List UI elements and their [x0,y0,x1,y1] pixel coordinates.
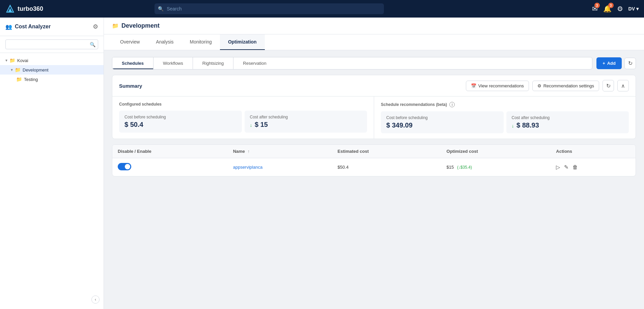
rec-cost-after-label: Cost after scheduling [512,115,624,120]
sidebar: 👥 Cost Analyzer ⚙ 🔍 ▾ 📁 Kovai ▾ 📁 Devel [0,18,104,309]
configured-schedules-section: Configured schedules Cost before schedul… [112,96,374,139]
page-folder-icon: 📁 [112,23,119,29]
refresh-button[interactable]: ↻ [624,58,636,69]
sidebar-search-input[interactable] [5,39,98,49]
recommendations-metrics: Cost before scheduling $ 349.09 Cost aft… [381,111,629,133]
cost-analyzer-icon: 👥 [5,24,12,30]
main-content: 📁 Development Overview Analysis Monitori… [104,18,644,309]
recommendation-settings-button[interactable]: ⚙ Recommendation settings [532,81,599,91]
brand-logo[interactable]: turbo360 [5,4,43,13]
sidebar-header: 👥 Cost Analyzer ⚙ [0,18,104,36]
folder-icon: 📁 [9,58,15,63]
sidebar-item-development[interactable]: ▾ 📁 Development [0,65,104,75]
chevron-down-icon: ▾ [11,67,13,72]
chevron-left-icon: ‹ [95,297,96,302]
folder-icon: 📁 [16,77,22,82]
enable-toggle[interactable] [118,163,131,170]
add-button[interactable]: + + Add Add [596,57,622,69]
cost-after-scheduling-metric: Cost after scheduling ↓ $ 15 [245,111,367,133]
sidebar-tree: ▾ 📁 Kovai ▾ 📁 Development 📁 Testing [0,53,104,309]
summary-refresh-button[interactable]: ↻ [603,80,614,91]
page-title: Development [121,22,160,29]
name-cell: appserviplanca [228,158,332,176]
tab-optimization[interactable]: Optimization [220,34,265,50]
rec-cost-before-value: $ 349.09 [386,121,498,129]
cost-after-label: Cost after scheduling [250,115,362,119]
col-actions: Actions [551,145,636,158]
calendar-icon: 📅 [471,83,476,88]
user-menu[interactable]: DV ▾ [628,6,639,11]
sidebar-item-label: Kovai [17,58,28,63]
content-area: Schedules Workflows Rightsizing Reservat… [104,50,644,183]
gear-icon: ⚙ [617,5,623,13]
sidebar-item-testing[interactable]: 📁 Testing [0,75,104,84]
chevron-down-icon: ▾ [5,58,7,63]
summary-body: Configured schedules Cost before schedul… [112,96,636,139]
messages-badge: 3 [594,3,600,8]
messages-button[interactable]: ✉ 3 [592,5,598,13]
subtab-bar: Schedules Workflows Rightsizing Reservat… [112,57,636,69]
main-tabs: Overview Analysis Monitoring Optimizatio… [104,34,644,50]
optimized-cost-value: $15 [447,165,454,170]
decrease-arrow-icon: ↓ [250,122,252,128]
brand-name: turbo360 [18,5,43,12]
view-recommendations-button[interactable]: 📅 View recommendations [466,81,529,91]
row-actions: ▷ ✎ 🗑 [556,164,630,170]
top-navigation: turbo360 🔍 ✉ 3 🔔 3 ⚙ DV ▾ [0,0,644,18]
cost-before-scheduling-metric: Cost before scheduling $ 50.4 [119,111,242,133]
toggle-slider [118,163,131,170]
actions-cell: ▷ ✎ 🗑 [551,158,636,176]
configured-schedules-metrics: Cost before scheduling $ 50.4 Cost after… [119,111,367,133]
settings-button[interactable]: ⚙ [617,5,623,13]
sidebar-title: 👥 Cost Analyzer [5,24,51,30]
subtab-rightsizing[interactable]: Rightsizing [193,57,234,69]
table-header: Disable / Enable Name ↑ Estimated cost O… [112,145,636,158]
cost-before-label: Cost before scheduling [124,115,236,119]
cost-after-value: ↓ $ 15 [250,121,362,129]
recommendations-section: Schedule recommendations (beta) i Cost b… [374,96,636,139]
refresh-icon: ↻ [606,83,611,89]
folder-icon: 📁 [15,67,21,73]
run-icon[interactable]: ▷ [556,164,560,170]
savings-badge: (↓$35.4) [457,165,472,170]
table-body: appserviplanca $50.4 $15 (↓$35.4) [112,158,636,176]
tab-analysis[interactable]: Analysis [148,34,181,50]
sidebar-settings-button[interactable]: ⚙ [93,23,98,30]
chevron-down-icon: ▾ [636,6,639,11]
search-input[interactable] [155,3,384,14]
subtab-actions: + + Add Add ↻ [596,57,636,69]
tab-overview[interactable]: Overview [112,34,148,50]
page-header: 📁 Development [104,18,644,34]
sidebar-item-kovai[interactable]: ▾ 📁 Kovai [0,56,104,65]
rec-cost-after-metric: Cost after scheduling ↓ $ 88.93 [506,111,629,133]
nav-actions: ✉ 3 🔔 3 ⚙ DV ▾ [592,5,639,13]
user-initials: DV [628,6,635,11]
col-optimized-cost: Optimized cost [441,145,551,158]
estimated-cost-value: $50.4 [338,165,349,170]
subtab-reservation[interactable]: Reservation [233,57,276,69]
edit-icon[interactable]: ✎ [564,164,568,170]
col-estimated-cost: Estimated cost [332,145,441,158]
toggle-cell [112,158,228,176]
col-disable-enable: Disable / Enable [112,145,228,158]
rec-cost-before-label: Cost before scheduling [386,115,498,120]
subtab-schedules[interactable]: Schedules [112,57,153,69]
plus-icon: + [603,61,605,66]
alerts-button[interactable]: 🔔 3 [603,5,612,13]
col-name[interactable]: Name ↑ [228,145,332,158]
info-icon[interactable]: i [449,102,455,107]
sidebar-collapse-button[interactable]: ‹ [91,296,100,304]
table-row: appserviplanca $50.4 $15 (↓$35.4) [112,158,636,176]
chevron-up-icon: ∧ [621,83,625,89]
subtab-workflows[interactable]: Workflows [153,57,193,69]
summary-header-actions: 📅 View recommendations ⚙ Recommendation … [466,80,629,91]
summary-collapse-button[interactable]: ∧ [617,80,629,91]
schedule-name-link[interactable]: appserviplanca [233,165,262,170]
optimized-cost-cell: $15 (↓$35.4) [441,158,551,176]
subtab-group: Schedules Workflows Rightsizing Reservat… [112,57,592,69]
sidebar-search-container: 🔍 [0,36,104,53]
delete-icon[interactable]: 🗑 [572,164,578,170]
sidebar-item-label: Testing [24,77,38,82]
search-icon: 🔍 [158,6,164,11]
tab-monitoring[interactable]: Monitoring [182,34,220,50]
